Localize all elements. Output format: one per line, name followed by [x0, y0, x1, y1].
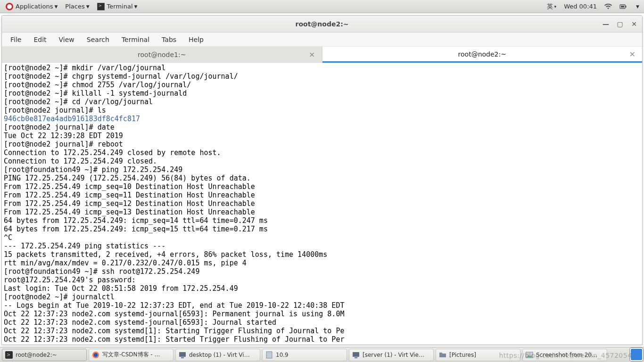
menu-view[interactable]: View [53, 34, 80, 45]
svg-rect-9 [266, 352, 272, 358]
taskbar-label: desktop (1) - Virt Vi… [189, 352, 250, 358]
svg-text:>: > [7, 352, 10, 357]
svg-rect-10 [353, 352, 359, 357]
taskbar-label: Screenshot from 20… [536, 352, 597, 358]
taskbar-item[interactable]: Screenshot from 20… [522, 349, 607, 361]
chevron-down-icon: ▼ [134, 4, 138, 9]
workspace-switcher[interactable] [630, 348, 643, 361]
vm-icon [352, 351, 360, 359]
places-menu[interactable]: Places▼ [61, 0, 93, 13]
ime-indicator[interactable]: 英▾ [544, 0, 560, 13]
terminal-line: Tue Oct 22 12:39:28 EDT 2019 [4, 132, 640, 140]
power-icon[interactable]: ▼ [632, 0, 642, 13]
applications-menu[interactable]: Applications▼ [2, 0, 61, 13]
terminal-line: [root@node2 journal]# reboot [4, 140, 640, 148]
terminal-line: From 172.25.254.49 icmp_seq=10 Destinati… [4, 182, 640, 191]
terminal-line: [root@node2 ~]# mkdir /var/log/journal [4, 64, 640, 72]
applications-label: Applications [16, 3, 53, 10]
svg-rect-7 [179, 352, 186, 357]
terminal-line: [root@node2 ~]# journalctl [4, 293, 640, 301]
menu-help[interactable]: Help [183, 34, 209, 45]
doc-icon [265, 351, 273, 359]
terminal-icon [97, 3, 105, 10]
menu-tabs[interactable]: Tabs [156, 34, 182, 45]
terminal-line: -- Logs begin at Tue 2019-10-22 12:37:23… [4, 301, 640, 310]
close-icon[interactable]: × [629, 49, 636, 58]
terminal-line: 15 packets transmitted, 2 received, +4 e… [4, 250, 640, 259]
terminal-line: Oct 22 12:37:23 node2.com systemd[1]: St… [4, 335, 640, 344]
taskbar-label: 10.9 [276, 352, 289, 358]
terminal-output[interactable]: [root@node2 ~]# mkdir /var/log/journal[r… [2, 63, 642, 345]
firefox-icon [92, 351, 99, 359]
taskbar-item[interactable]: 10.9 [262, 349, 347, 361]
clock[interactable]: Wed 00:41 [561, 0, 600, 13]
image-icon [526, 351, 533, 359]
menu-search[interactable]: Search [81, 34, 115, 45]
tab-bar: root@node1:~ × root@node2:~ × [2, 47, 642, 63]
svg-point-13 [528, 353, 529, 354]
terminal-line: [root@node2 journal]# date [4, 123, 640, 132]
terminal-line: Oct 22 12:37:23 node2.com systemd-journa… [4, 318, 640, 327]
terminal-line: [root@foundation49 ~]# ping 172.25.254.2… [4, 165, 640, 174]
taskbar-label: root@node2:~ [16, 352, 57, 358]
taskbar-item[interactable]: >root@node2:~ [2, 349, 87, 361]
terminal-line: Oct 22 12:37:23 node2.com systemd-journa… [4, 310, 640, 318]
taskbar-item[interactable]: [server (1) - Virt Vie… [349, 349, 434, 361]
active-app-menu[interactable]: Terminal▼ [93, 0, 141, 13]
menu-bar: File Edit View Search Terminal Tabs Help [2, 33, 642, 47]
terminal-line: From 172.25.254.49 icmp_seq=11 Destinati… [4, 191, 640, 199]
active-app-label: Terminal [107, 3, 133, 10]
terminal-line: Oct 22 12:37:23 node2.com systemd[1]: St… [4, 327, 640, 335]
svg-rect-8 [181, 357, 184, 358]
terminal-line: rtt min/avg/max/mdev = 0.217/0.232/0.247… [4, 259, 640, 267]
taskbar-item[interactable]: [Pictures] [436, 349, 520, 361]
taskbar-item[interactable]: 写文章-CSDN博客 - … [89, 349, 173, 361]
terminal-line: --- 172.25.254.249 ping statistics --- [4, 242, 640, 250]
svg-rect-1 [621, 6, 624, 8]
terminal-line: [root@node2 ~]# killall -1 systemd-journ… [4, 89, 640, 98]
chevron-down-icon: ▼ [636, 4, 639, 9]
terminal-line: [root@node2 ~]# chgrp systemd-journal /v… [4, 72, 640, 81]
terminal-line: From 172.25.254.49 icmp_seq=13 Destinati… [4, 208, 640, 216]
terminal-window: root@node2:~ — ▢ ✕ File Edit View Search… [1, 15, 643, 345]
terminal-line: Connection to 172.25.254.249 closed. [4, 157, 640, 165]
terminal-line: From 172.25.254.49 icmp_seq=12 Destinati… [4, 199, 640, 208]
taskbar-item[interactable]: desktop (1) - Virt Vi… [175, 349, 260, 361]
menu-terminal[interactable]: Terminal [116, 34, 155, 45]
taskbar-label: [Pictures] [449, 352, 476, 358]
fedora-icon [6, 3, 13, 10]
menu-edit[interactable]: Edit [28, 34, 52, 45]
tab-node2[interactable]: root@node2:~ × [322, 47, 643, 63]
terminal-line: 64 bytes from 172.25.254.249: icmp_seq=1… [4, 225, 640, 233]
terminal-line: [root@node2 journal]# ls [4, 106, 640, 115]
chevron-down-icon: ▼ [86, 4, 90, 9]
minimize-button[interactable]: — [602, 20, 610, 28]
terminal-line: 946cb0e817ea4adb916183df8c4fc817 [4, 115, 640, 123]
network-icon[interactable] [602, 0, 615, 13]
terminal-line: 64 bytes from 172.25.254.249: icmp_seq=1… [4, 216, 640, 225]
terminal-line: [root@foundation49 ~]# ssh root@172.25.2… [4, 267, 640, 276]
svg-rect-2 [626, 6, 627, 8]
maximize-button[interactable]: ▢ [616, 20, 624, 28]
terminal-line: [root@node2 ~]# chmod 2755 /var/log/jour… [4, 81, 640, 89]
svg-point-6 [94, 353, 98, 357]
menu-file[interactable]: File [5, 34, 27, 45]
tab-label: root@node2:~ [458, 50, 506, 58]
tab-node1[interactable]: root@node1:~ × [2, 47, 322, 63]
folder-icon [439, 351, 446, 359]
bottom-panel: >root@node2:~写文章-CSDN博客 - …desktop (1) -… [0, 347, 644, 362]
window-titlebar[interactable]: root@node2:~ — ▢ ✕ [2, 16, 642, 33]
terminal-line: [root@node2 ~]# cd /var/log/journal [4, 98, 640, 106]
svg-rect-11 [355, 357, 357, 358]
terminal-line: Connection to 172.25.254.249 closed by r… [4, 148, 640, 157]
vm-icon [179, 351, 186, 359]
terminal-line: root@172.25.254.249's password: [4, 276, 640, 284]
terminal-line: Last login: Tue Oct 22 08:51:58 2019 fro… [4, 284, 640, 293]
chevron-down-icon: ▼ [54, 4, 58, 9]
battery-icon[interactable] [617, 0, 630, 13]
close-icon[interactable]: × [309, 50, 315, 59]
top-panel: Applications▼ Places▼ Terminal▼ 英▾ Wed 0… [0, 0, 644, 13]
taskbar-label: 写文章-CSDN博客 - … [102, 351, 160, 359]
terminal-line: PING 172.25.254.249 (172.25.254.249) 56(… [4, 174, 640, 182]
close-button[interactable]: ✕ [630, 20, 638, 28]
